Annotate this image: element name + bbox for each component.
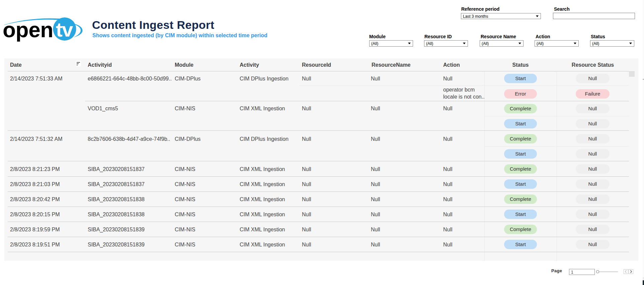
svg-text:tv: tv	[56, 18, 73, 41]
svg-text:open: open	[3, 18, 53, 42]
